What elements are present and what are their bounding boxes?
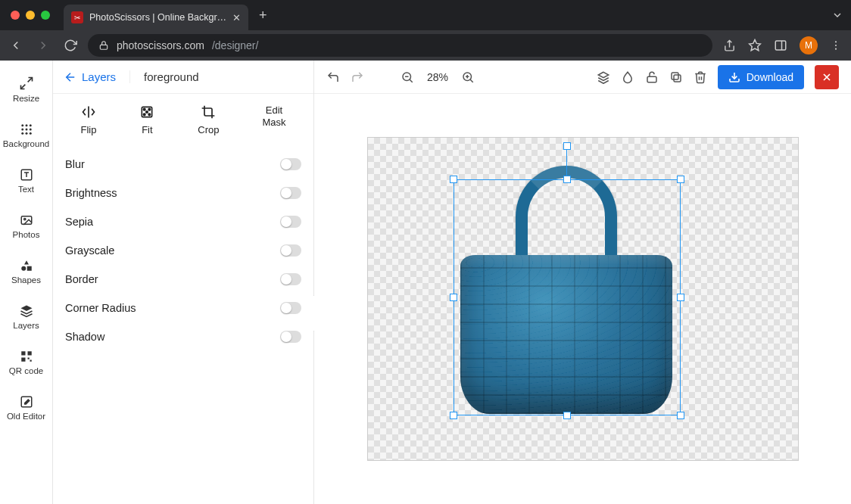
tab-bar: ✂ PhotoScissors | Online Backgr… ✕ + [0, 0, 851, 30]
resize-icon [19, 76, 34, 91]
window-controls [11, 11, 50, 20]
option-label: Blur [65, 158, 85, 170]
fit-icon [139, 104, 154, 120]
tab-close-icon[interactable]: ✕ [232, 12, 241, 23]
bookmark-star-icon[interactable] [748, 39, 762, 52]
side-panel-header: Layers foreground [53, 61, 313, 94]
toggle-brightness[interactable] [280, 187, 301, 199]
url-field[interactable]: photoscissors.com/designer/ [88, 34, 712, 57]
url-domain: photoscissors.com [117, 39, 204, 51]
svg-point-15 [29, 129, 31, 131]
profile-avatar[interactable]: M [800, 36, 818, 54]
svg-point-23 [23, 218, 25, 219]
resize-handle-sw[interactable] [450, 412, 457, 419]
svg-point-12 [29, 124, 31, 126]
rotation-handle[interactable] [563, 142, 571, 150]
resize-handle-ne[interactable] [677, 176, 684, 183]
svg-marker-49 [598, 72, 609, 78]
resize-handle-s[interactable] [563, 412, 571, 419]
tool-fit[interactable]: Fit [139, 104, 154, 136]
zoom-in-button[interactable] [461, 70, 475, 84]
download-button[interactable]: Download [718, 65, 804, 89]
rail-item-resize[interactable]: Resize [0, 70, 52, 109]
svg-point-41 [148, 114, 151, 116]
side-panel: Layers foreground Flip Fit Crop Edit Mas… [53, 61, 314, 504]
tool-label: Flip [80, 124, 96, 136]
opacity-icon[interactable] [621, 70, 634, 84]
toggle-cornerradius[interactable] [280, 302, 301, 314]
rail-item-text[interactable]: Text [0, 162, 52, 200]
svg-line-46 [470, 79, 473, 82]
qrcode-icon [20, 350, 33, 363]
rail-item-photos[interactable]: Photos [0, 207, 52, 245]
duplicate-icon[interactable] [669, 70, 683, 84]
share-icon[interactable] [723, 39, 736, 52]
svg-marker-2 [750, 40, 761, 51]
option-label: Grayscale [65, 244, 114, 257]
tool-row: Flip Fit Crop Edit Mask [53, 94, 313, 147]
canvas-area: 28% Download [314, 61, 851, 504]
svg-rect-3 [775, 41, 786, 50]
svg-rect-0 [100, 45, 107, 49]
canvas[interactable] [367, 137, 799, 461]
undo-button[interactable] [326, 70, 340, 84]
rail-item-qrcode[interactable]: QR code [0, 344, 52, 381]
nav-reload-icon[interactable] [64, 39, 77, 52]
window-close-icon[interactable] [11, 11, 20, 20]
tool-label: Edit Mask [262, 104, 285, 128]
delete-icon[interactable] [694, 70, 707, 84]
toggle-sepia[interactable] [280, 216, 301, 228]
rail-item-shapes[interactable]: Shapes [0, 253, 52, 291]
option-grayscale: Grayscale [65, 236, 301, 265]
toggle-border[interactable] [280, 273, 301, 285]
tool-label: Fit [142, 124, 152, 136]
layers-stack-icon[interactable] [597, 70, 610, 84]
favicon-icon: ✂ [71, 11, 83, 23]
close-editor-button[interactable] [815, 65, 839, 89]
canvas-body[interactable] [314, 94, 851, 504]
rail-label: Old Editor [7, 412, 45, 421]
left-rail: Resize Background Text Photos Shapes Lay… [0, 61, 53, 504]
nav-back-icon[interactable] [9, 39, 23, 52]
option-label: Shadow [65, 331, 104, 343]
tool-flip[interactable]: Flip [80, 104, 96, 136]
zoom-level[interactable]: 28% [425, 71, 450, 83]
toggle-shadow[interactable] [280, 331, 301, 343]
toggle-grayscale[interactable] [280, 244, 301, 257]
rail-item-layers[interactable]: Layers [0, 298, 52, 336]
redo-button[interactable] [351, 70, 364, 84]
browser-tab[interactable]: ✂ PhotoScissors | Online Backgr… ✕ [64, 5, 248, 30]
resize-handle-se[interactable] [677, 412, 684, 419]
panel-icon[interactable] [774, 39, 787, 52]
svg-marker-24 [24, 260, 29, 264]
tabs-dropdown-icon[interactable] [831, 9, 843, 21]
svg-point-25 [21, 266, 26, 271]
window-minimize-icon[interactable] [26, 11, 35, 20]
browser-menu-icon[interactable] [830, 39, 842, 51]
svg-rect-28 [21, 351, 25, 355]
svg-point-7 [835, 48, 837, 50]
rail-label: QR code [9, 366, 43, 375]
rail-item-oldeditor[interactable]: Old Editor [0, 389, 52, 427]
unlock-icon[interactable] [645, 70, 659, 84]
crop-icon [201, 104, 216, 120]
svg-point-18 [29, 132, 31, 135]
tool-edit-mask[interactable]: Edit Mask [262, 104, 285, 136]
new-tab-button[interactable]: + [259, 8, 267, 23]
resize-handle-w[interactable] [450, 294, 457, 301]
window-maximize-icon[interactable] [41, 11, 50, 20]
toggle-blur[interactable] [280, 158, 301, 170]
option-label: Sepia [65, 216, 93, 228]
resize-handle-n[interactable] [563, 176, 571, 183]
svg-point-38 [148, 108, 151, 110]
resize-handle-e[interactable] [677, 294, 684, 301]
rail-item-background[interactable]: Background [0, 117, 52, 154]
back-to-layers-button[interactable]: Layers [64, 70, 116, 84]
svg-point-40 [144, 114, 146, 116]
svg-rect-51 [674, 75, 681, 82]
zoom-out-button[interactable] [401, 70, 414, 84]
selection-box[interactable] [454, 179, 681, 415]
resize-handle-nw[interactable] [450, 176, 457, 183]
tool-crop[interactable]: Crop [198, 104, 219, 136]
text-icon [20, 168, 33, 182]
